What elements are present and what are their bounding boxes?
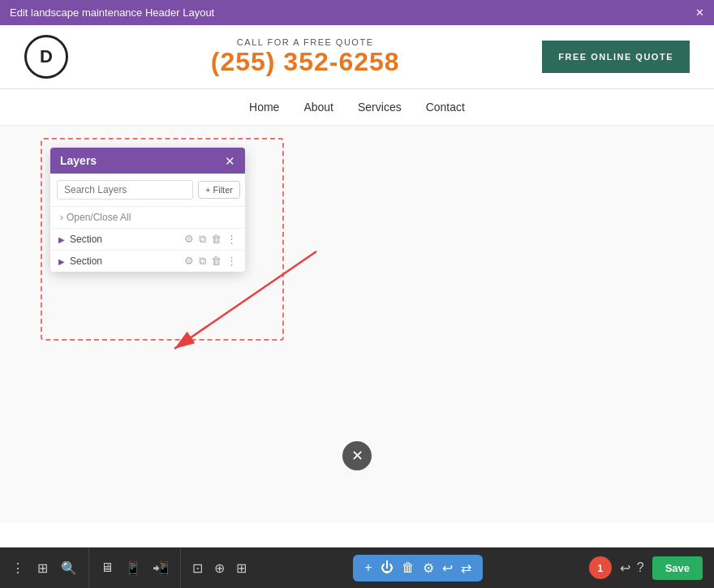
layers-panel-header: Layers ✕	[50, 148, 245, 174]
delete-icon[interactable]: 🗑	[402, 560, 415, 575]
row-delete-icon[interactable]: 🗑	[211, 255, 222, 268]
grid-icon[interactable]: ⊞	[37, 560, 48, 576]
layers-search-input[interactable]	[57, 180, 193, 200]
open-close-arrow: ›	[60, 212, 63, 223]
row-copy-icon[interactable]: ⧉	[199, 255, 206, 268]
desktop-icon[interactable]: 🖥	[101, 560, 114, 575]
main-content: Layers ✕ + Filter › Open/Close All ▶ Sec…	[0, 126, 714, 523]
row-settings-icon[interactable]: ⚙	[184, 233, 194, 246]
add-icon[interactable]: +	[364, 560, 372, 575]
layers-row: ▶ Section ⚙ ⧉ 🗑 ⋮	[50, 250, 245, 272]
bottom-extras-group: ⊡ ⊕ ⊞	[181, 547, 258, 588]
row-delete-icon[interactable]: 🗑	[211, 233, 222, 246]
layers-dashed-border: Layers ✕ + Filter › Open/Close All ▶ Sec…	[41, 138, 284, 341]
history-icon[interactable]: ↩	[620, 560, 630, 576]
row-more-icon[interactable]: ⋮	[226, 255, 237, 268]
bottom-left-group: ⋮ ⊞ 🔍	[0, 547, 89, 588]
search-icon[interactable]: 🔍	[61, 560, 77, 576]
tablet-icon[interactable]: 📱	[125, 560, 141, 576]
zoom-icon[interactable]: ⊕	[214, 560, 225, 576]
arrows-icon[interactable]: ⇄	[461, 560, 471, 576]
settings-icon[interactable]: ⚙	[423, 560, 434, 576]
layers-row: ▶ Section ⚙ ⧉ 🗑 ⋮	[50, 228, 245, 250]
nav-item-home[interactable]: Home	[249, 101, 279, 114]
row-icons: ⚙ ⧉ 🗑 ⋮	[184, 233, 237, 246]
layout-icon[interactable]: ⊞	[236, 560, 247, 576]
row-expand-arrow[interactable]: ▶	[58, 257, 65, 266]
layers-search-row: + Filter	[50, 174, 245, 207]
bottom-toolbar: ⋮ ⊞ 🔍 🖥 📱 📲 ⊡ ⊕ ⊞ + ⏻ 🗑 ⚙ ↩ ⇄ 1 ↩ ? Save	[0, 547, 714, 588]
more-options-icon[interactable]: ⋮	[11, 560, 24, 576]
layers-panel-title: Layers	[60, 154, 97, 167]
title-bar-close-icon[interactable]: ✕	[695, 6, 704, 19]
row-label: Section	[70, 234, 179, 245]
title-bar: Edit landscape maintenance Header Layout…	[0, 0, 714, 25]
revision-badge[interactable]: 1	[589, 556, 612, 579]
row-icons: ⚙ ⧉ 🗑 ⋮	[184, 255, 237, 268]
row-more-icon[interactable]: ⋮	[226, 233, 237, 246]
header-tagline: Call for a Free Quote	[211, 37, 400, 47]
nav-item-contact[interactable]: Contact	[426, 101, 465, 114]
header-phone: (255) 352-6258	[211, 47, 400, 77]
header-center: Call for a Free Quote (255) 352-6258	[211, 37, 400, 77]
row-expand-arrow[interactable]: ▶	[58, 235, 65, 244]
power-icon[interactable]: ⏻	[381, 560, 394, 575]
pointer-icon[interactable]: ⊡	[192, 560, 203, 576]
help-icon[interactable]: ?	[637, 560, 644, 575]
title-bar-label: Edit landscape maintenance Header Layout	[10, 6, 214, 19]
site-header: D Call for a Free Quote (255) 352-6258 F…	[0, 25, 714, 89]
nav-item-services[interactable]: Services	[358, 101, 402, 114]
bottom-devices-group: 🖥 📱 📲	[89, 547, 181, 588]
header-cta-button[interactable]: Free Online Quote	[542, 41, 690, 73]
row-label: Section	[70, 255, 179, 267]
layers-filter-button[interactable]: + Filter	[198, 181, 240, 199]
center-toolbar: + ⏻ 🗑 ⚙ ↩ ⇄	[353, 555, 482, 582]
row-copy-icon[interactable]: ⧉	[199, 233, 206, 246]
save-button[interactable]: Save	[652, 556, 703, 580]
mobile-icon[interactable]: 📲	[153, 560, 169, 576]
logo: D	[24, 35, 68, 79]
undo-icon[interactable]: ↩	[442, 560, 453, 576]
bottom-center-group: + ⏻ 🗑 ⚙ ↩ ⇄	[258, 555, 578, 582]
nav-item-about[interactable]: About	[303, 101, 333, 114]
layers-panel: Layers ✕ + Filter › Open/Close All ▶ Sec…	[50, 148, 245, 272]
layers-close-icon[interactable]: ✕	[225, 155, 235, 167]
navigation: Home About Services Contact	[0, 89, 714, 126]
row-settings-icon[interactable]: ⚙	[184, 255, 194, 268]
float-close-button[interactable]: ✕	[342, 441, 372, 470]
bottom-right-icons: ↩ ?	[620, 560, 644, 576]
layers-open-close-all[interactable]: › Open/Close All	[50, 207, 245, 228]
bottom-right-group: 1 ↩ ? Save	[578, 556, 714, 580]
